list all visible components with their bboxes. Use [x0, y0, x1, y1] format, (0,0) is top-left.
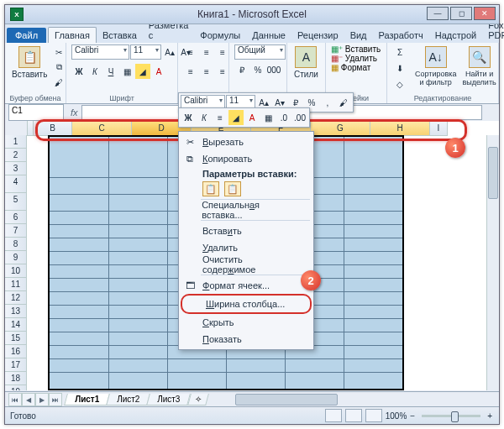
- row-header[interactable]: 12: [5, 291, 27, 305]
- ctx-column-width[interactable]: Ширина столбца...: [181, 294, 312, 314]
- row-header[interactable]: 7: [5, 224, 27, 238]
- row-header[interactable]: 6: [5, 211, 27, 224]
- cells-delete-label[interactable]: Удалить: [345, 54, 377, 63]
- file-tab[interactable]: Файл: [7, 28, 46, 43]
- row-header[interactable]: 18: [5, 372, 27, 385]
- number-format-combo[interactable]: Общий: [234, 44, 286, 60]
- ctx-paste-special[interactable]: Специальная вставка...: [179, 201, 313, 218]
- tab-developer[interactable]: Разработч: [373, 28, 429, 43]
- tab-review[interactable]: Рецензир: [291, 28, 344, 43]
- zoom-in-button[interactable]: +: [487, 411, 492, 421]
- view-layout-button[interactable]: [345, 409, 362, 422]
- sheet-tab-2[interactable]: Лист2: [106, 394, 150, 405]
- autosum-icon[interactable]: Σ: [392, 44, 407, 60]
- sort-filter-button[interactable]: A↓ Сортировка и фильтр: [413, 44, 458, 88]
- align-center-icon[interactable]: ≡: [199, 64, 214, 79]
- align-right-icon[interactable]: ≡: [215, 64, 230, 79]
- align-top-icon[interactable]: ≡: [183, 44, 198, 60]
- ctx-paste-icons[interactable]: 📋 📋: [179, 180, 313, 197]
- ctx-copy[interactable]: ⧉ Копировать: [179, 150, 313, 167]
- view-normal-button[interactable]: [325, 409, 342, 422]
- sheet-nav-first[interactable]: ⏮: [8, 393, 22, 406]
- col-header-h[interactable]: H: [370, 121, 430, 136]
- row-header[interactable]: 2: [5, 149, 27, 162]
- view-pagebreak-button[interactable]: [365, 409, 382, 422]
- align-left-icon[interactable]: ≡: [183, 64, 198, 79]
- font-size-combo[interactable]: 11: [130, 44, 161, 60]
- paste-option-2-icon[interactable]: 📋: [224, 181, 241, 196]
- align-mid-icon[interactable]: ≡: [199, 44, 214, 60]
- ctx-show[interactable]: Показать: [179, 331, 313, 348]
- sheet-tab-3[interactable]: Лист3: [147, 394, 192, 405]
- clear-icon[interactable]: ◇: [392, 76, 407, 92]
- vertical-scrollbar[interactable]: [486, 135, 499, 390]
- row-header[interactable]: 3: [5, 162, 27, 175]
- font-color-button[interactable]: A: [151, 64, 166, 79]
- styles-button[interactable]: A Стили: [292, 44, 320, 81]
- paste-option-1-icon[interactable]: 📋: [202, 181, 219, 196]
- tab-insert[interactable]: Вставка: [97, 28, 143, 43]
- comma-icon[interactable]: 000: [266, 62, 281, 77]
- zoom-level[interactable]: 100%: [386, 411, 407, 421]
- mini-fill-icon[interactable]: ◢: [228, 110, 244, 125]
- underline-button[interactable]: Ч: [103, 64, 118, 79]
- font-name-combo[interactable]: Calibri: [71, 44, 129, 60]
- format-painter-icon[interactable]: 🖌: [51, 75, 66, 90]
- col-header-a[interactable]: [28, 121, 34, 136]
- ctx-clear[interactable]: Очистить содержимое: [179, 256, 313, 273]
- fx-icon[interactable]: fx: [71, 107, 78, 118]
- tab-addins[interactable]: Надстрой: [429, 28, 482, 43]
- increase-font-icon[interactable]: A▴: [162, 44, 177, 60]
- currency-icon[interactable]: ₽: [234, 62, 249, 77]
- mini-bold-icon[interactable]: Ж: [181, 110, 196, 125]
- border-button[interactable]: ▦: [119, 64, 134, 79]
- cells-format-label[interactable]: Формат: [341, 63, 371, 72]
- col-header-b[interactable]: B: [34, 121, 72, 136]
- row-header[interactable]: 9: [5, 251, 27, 264]
- zoom-slider[interactable]: [422, 415, 480, 417]
- row-header[interactable]: 13: [5, 305, 27, 318]
- maximize-button[interactable]: ◻: [450, 7, 472, 20]
- align-bot-icon[interactable]: ≡: [215, 44, 230, 60]
- mini-border-icon[interactable]: ▦: [260, 110, 276, 125]
- cells-insert-label[interactable]: Вставить: [345, 44, 381, 54]
- row-header[interactable]: 17: [5, 358, 27, 372]
- ctx-delete[interactable]: Удалить: [179, 239, 313, 256]
- mini-dec-inc-icon[interactable]: .0: [276, 110, 291, 125]
- find-select-button[interactable]: 🔍 Найти и выделить: [460, 44, 497, 88]
- minimize-button[interactable]: —: [427, 7, 449, 20]
- mini-format-painter-icon[interactable]: 🖌: [336, 95, 351, 110]
- fill-color-button[interactable]: ◢: [135, 64, 150, 79]
- col-header-g[interactable]: G: [311, 121, 370, 136]
- row-headers[interactable]: 1 2 3 4 5 6 7 8 9 10 11 12 13 14 15 16 1…: [5, 135, 27, 390]
- italic-button[interactable]: К: [87, 64, 102, 79]
- row-header[interactable]: 1: [5, 135, 27, 149]
- row-header[interactable]: 10: [5, 264, 27, 278]
- ctx-cut[interactable]: ✂ Вырезать: [179, 133, 313, 150]
- mini-align-icon[interactable]: ≡: [213, 110, 228, 125]
- tab-data[interactable]: Данные: [246, 28, 291, 43]
- insert-cells-icon[interactable]: ▦⁺: [331, 44, 343, 54]
- mini-fontcolor-icon[interactable]: A: [244, 110, 260, 125]
- tab-view[interactable]: Вид: [344, 28, 373, 43]
- row-header[interactable]: 15: [5, 332, 27, 345]
- ctx-format-cells[interactable]: 🗔 Формат ячеек...: [179, 277, 313, 294]
- delete-cells-icon[interactable]: ▦⁻: [331, 54, 343, 63]
- paste-button[interactable]: 📋 Вставить: [10, 44, 49, 81]
- horizontal-scrollbar[interactable]: [223, 394, 487, 405]
- mini-italic-icon[interactable]: К: [197, 110, 212, 125]
- mini-dec-dec-icon[interactable]: .00: [292, 110, 307, 125]
- row-header[interactable]: 8: [5, 238, 27, 251]
- cut-icon[interactable]: ✂: [51, 44, 66, 60]
- sheet-tab-1[interactable]: Лист1: [64, 394, 110, 405]
- close-button[interactable]: ✕: [474, 7, 496, 20]
- col-header-i[interactable]: I: [430, 121, 448, 136]
- sheet-nav-last[interactable]: ⏭: [49, 393, 62, 406]
- sheet-nav-next[interactable]: ▶: [35, 393, 49, 406]
- bold-button[interactable]: Ж: [71, 64, 87, 79]
- ctx-insert[interactable]: Вставить: [179, 222, 313, 239]
- row-header[interactable]: 4: [5, 175, 27, 193]
- sheet-nav-prev[interactable]: ◀: [22, 393, 35, 406]
- tab-formulas[interactable]: Формулы: [194, 28, 246, 43]
- row-header[interactable]: 14: [5, 318, 27, 332]
